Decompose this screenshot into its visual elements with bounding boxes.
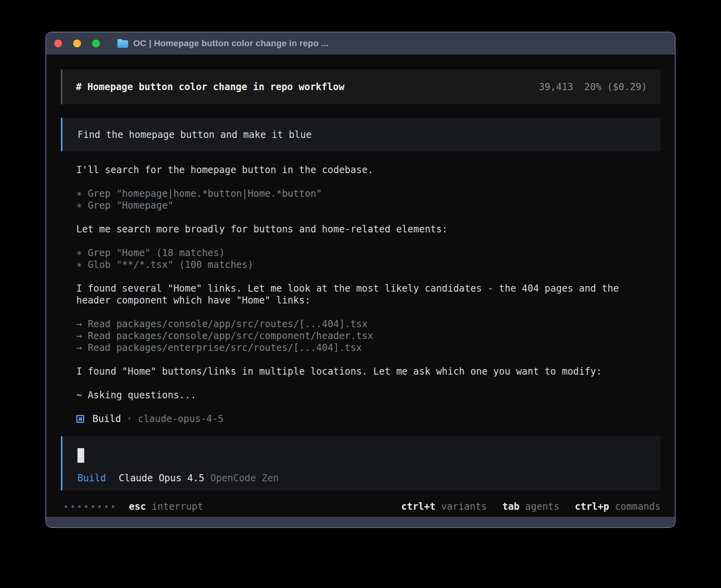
assistant-text: Let me search more broadly for buttons a… <box>76 223 649 235</box>
folder-icon <box>117 39 128 48</box>
user-message-text: Find the homepage button and make it blu… <box>77 129 311 141</box>
close-button[interactable] <box>54 40 62 47</box>
session-title: # Homepage button color change in repo w… <box>76 81 344 93</box>
window-title: OC | Homepage button color change in rep… <box>133 38 328 49</box>
tool-call-line: ∗ Glob "**/*.tsx" (100 matches) <box>76 259 649 271</box>
agent-name: Build <box>92 413 121 425</box>
tool-call-line: → Read packages/console/app/src/componen… <box>76 330 649 342</box>
agent-separator: · <box>126 413 132 425</box>
minimize-button[interactable] <box>73 40 81 47</box>
tool-call-line: ∗ Grep "Home" (18 matches) <box>76 247 649 259</box>
tool-calls: ∗ Grep "homepage|home.*button|Home.*butt… <box>76 188 649 211</box>
spinner-dots <box>65 505 114 508</box>
assistant-text: I found "Home" buttons/links in multiple… <box>76 366 649 377</box>
assistant-text: I found several "Home" links. Let me loo… <box>76 283 649 306</box>
help-right: ctrl+t variants tab agents ctrl+p comman… <box>401 501 661 513</box>
tool-calls: → Read packages/console/app/src/routes/[… <box>76 318 649 354</box>
help-left: esc interrupt <box>61 501 203 513</box>
conversation[interactable]: I'll search for the homepage button in t… <box>61 164 650 425</box>
hint-key: esc <box>129 501 146 512</box>
tool-call-line: ∗ Grep "Homepage" <box>76 200 649 211</box>
context-cost: 20% ($0.29) <box>584 81 647 93</box>
tool-call-line: → Read packages/enterprise/src/routes/[.… <box>76 342 649 354</box>
titlebar[interactable]: OC | Homepage button color change in rep… <box>46 32 675 55</box>
hint-label: commands <box>615 501 661 512</box>
text-cursor <box>77 448 84 463</box>
hint-label: variants <box>441 501 487 512</box>
hint-agents: tab agents <box>502 501 560 513</box>
session-stats: 39,413 20% ($0.29) <box>539 81 647 93</box>
hint-key: ctrl+p <box>575 501 609 512</box>
agent-square-icon <box>76 415 84 423</box>
title-group: OC | Homepage button color change in rep… <box>117 38 328 49</box>
agent-status-line: Build · claude-opus-4-5 <box>76 413 649 425</box>
agent-model: claude-opus-4-5 <box>138 413 224 425</box>
terminal-window: OC | Homepage button color change in rep… <box>45 32 676 528</box>
window-bottom-bar <box>46 517 675 527</box>
session-header: # Homepage button color change in repo w… <box>61 70 661 104</box>
help-bar: esc interrupt ctrl+t variants tab agents… <box>61 501 661 513</box>
hint-key: ctrl+t <box>401 501 436 512</box>
tool-call-line: → Read packages/console/app/src/routes/[… <box>76 318 649 330</box>
mode-label[interactable]: Build <box>77 472 106 484</box>
hint-label: interrupt <box>152 501 203 512</box>
hint-variants: ctrl+t variants <box>401 501 487 513</box>
hint-key: tab <box>502 501 519 512</box>
hint-label: agents <box>525 501 560 512</box>
hint-commands: ctrl+p commands <box>575 501 661 513</box>
traffic-lights <box>54 40 100 47</box>
provider-label: OpenCode Zen <box>210 472 279 484</box>
terminal-content[interactable]: # Homepage button color change in repo w… <box>46 55 675 517</box>
assistant-status-text: ~ Asking questions... <box>76 389 649 401</box>
tool-call-line: ∗ Grep "homepage|home.*button|Home.*butt… <box>76 188 649 200</box>
input-status-row: Build Claude Opus 4.5 OpenCode Zen <box>77 472 646 484</box>
token-count: 39,413 <box>539 81 573 93</box>
tool-calls: ∗ Grep "Home" (18 matches) ∗ Glob "**/*.… <box>76 247 649 271</box>
prompt-input[interactable]: Build Claude Opus 4.5 OpenCode Zen <box>61 436 661 490</box>
user-message: Find the homepage button and make it blu… <box>61 118 661 151</box>
model-label[interactable]: Claude Opus 4.5 <box>119 472 204 484</box>
hint-interrupt: esc interrupt <box>129 501 203 513</box>
zoom-button[interactable] <box>92 40 100 47</box>
assistant-text: I'll search for the homepage button in t… <box>76 164 649 176</box>
